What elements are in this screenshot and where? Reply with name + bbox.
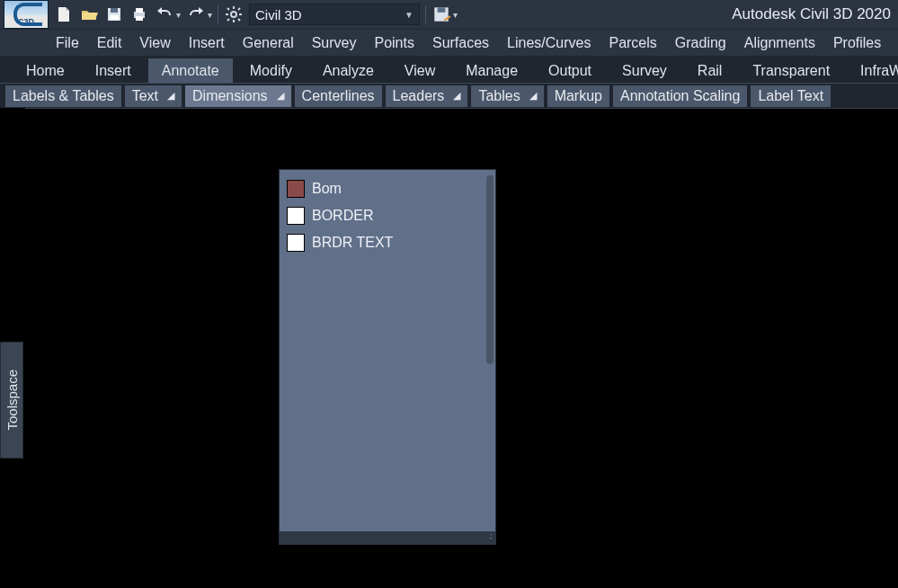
tab-insert[interactable]: Insert <box>82 58 145 83</box>
undo-icon[interactable] <box>155 4 174 24</box>
panel-tab-tables[interactable]: Tables◢ <box>471 85 543 107</box>
tab-modify[interactable]: Modify <box>236 58 306 83</box>
expand-icon: ◢ <box>167 90 174 102</box>
svg-line-14 <box>227 19 229 21</box>
qa-separator <box>218 5 218 23</box>
menu-file[interactable]: File <box>56 35 79 51</box>
menu-edit[interactable]: Edit <box>97 35 122 51</box>
undo-dropdown-icon[interactable]: ▾ <box>176 10 181 20</box>
panel-tabs: Labels & Tables Text◢ Dimensions◢ Center… <box>0 83 898 108</box>
layer-name: BRDR TEXT <box>312 235 393 251</box>
panel-tab-label: Markup <box>555 88 602 104</box>
menu-bar: File Edit View Insert General Survey Poi… <box>0 29 898 56</box>
panel-tab-label: Tables <box>478 88 520 104</box>
menu-survey[interactable]: Survey <box>312 35 357 51</box>
tab-manage[interactable]: Manage <box>452 58 531 83</box>
panel-tab-label: Label Text <box>758 88 823 104</box>
panel-tab-label: Labels & Tables <box>13 88 114 104</box>
tab-output[interactable]: Output <box>535 58 605 83</box>
menu-general[interactable]: General <box>243 35 294 51</box>
panel-tab-markup[interactable]: Markup <box>547 85 609 107</box>
panel-tab-label: Text <box>132 88 158 104</box>
workspace-name: Civil 3D <box>255 7 302 22</box>
panel-tab-label: Dimensions <box>192 88 268 104</box>
panel-tab-label: Leaders <box>393 88 445 104</box>
quick-save-icon[interactable] <box>431 4 451 24</box>
app-title: Autodesk Civil 3D 2020 <box>732 5 894 23</box>
qa-separator <box>425 5 426 23</box>
svg-line-11 <box>227 8 229 10</box>
svg-rect-2 <box>110 15 119 20</box>
panel-tab-label: Annotation Scaling <box>620 88 740 104</box>
panel-tab-centerlines[interactable]: Centerlines <box>295 85 382 107</box>
panel-tab-dimensions[interactable]: Dimensions◢ <box>185 85 291 107</box>
expand-icon: ◢ <box>529 90 537 102</box>
layer-list-item[interactable]: BRDR TEXT <box>283 229 492 256</box>
open-file-icon[interactable] <box>79 4 99 24</box>
layer-name: Bom <box>312 181 342 197</box>
svg-line-13 <box>238 8 240 10</box>
tab-survey[interactable]: Survey <box>609 58 680 83</box>
tab-home[interactable]: Home <box>13 58 78 83</box>
tab-transparent[interactable]: Transparent <box>739 58 843 83</box>
menu-points[interactable]: Points <box>374 35 413 51</box>
layer-dropdown-list: Bom BORDER BRDR TEXT .: <box>279 169 496 545</box>
layer-name: BORDER <box>312 208 373 224</box>
menu-insert[interactable]: Insert <box>189 35 225 51</box>
workspace-dropdown[interactable]: Civil 3D ▼ <box>249 4 420 25</box>
chevron-down-icon: ▼ <box>405 10 413 20</box>
layer-color-swatch <box>287 207 305 225</box>
toolspace-label: Toolspace <box>4 370 20 431</box>
redo-icon[interactable] <box>186 4 206 24</box>
menu-alignments[interactable]: Alignments <box>744 35 815 51</box>
panel-tab-text[interactable]: Text◢ <box>125 85 182 107</box>
panel-tab-leaders[interactable]: Leaders◢ <box>386 85 468 107</box>
layer-list-item[interactable]: Bom <box>283 175 492 202</box>
panel-tab-label: Centerlines <box>302 88 375 104</box>
menu-profiles[interactable]: Profiles <box>833 35 881 51</box>
svg-line-12 <box>238 19 240 21</box>
scrollbar[interactable] <box>486 175 493 364</box>
print-icon[interactable] <box>129 4 149 24</box>
toolspace-tab[interactable]: Toolspace <box>0 342 23 459</box>
svg-rect-16 <box>438 7 446 13</box>
app-logo-text: C3D <box>18 17 34 26</box>
resize-grip-icon[interactable]: .: <box>489 531 492 540</box>
gear-icon[interactable] <box>224 4 244 24</box>
panel-tab-labels-tables[interactable]: Labels & Tables <box>5 85 121 107</box>
save-icon[interactable] <box>104 4 124 24</box>
svg-rect-5 <box>136 16 143 21</box>
svg-rect-4 <box>136 8 143 13</box>
expand-icon: ◢ <box>277 90 284 102</box>
new-file-icon[interactable] <box>54 4 74 24</box>
menu-grading[interactable]: Grading <box>675 35 726 51</box>
tab-rail[interactable]: Rail <box>684 58 736 83</box>
panel-tab-label-text[interactable]: Label Text <box>751 85 831 107</box>
menu-surfaces[interactable]: Surfaces <box>432 35 489 51</box>
tab-annotate[interactable]: Annotate <box>148 58 233 83</box>
app-logo[interactable]: C3D <box>4 0 49 29</box>
tab-analyze[interactable]: Analyze <box>309 58 387 83</box>
svg-rect-1 <box>111 8 118 13</box>
quick-access-toolbar: C3D ▾ ▾ Civil 3D ▼ <box>0 0 898 29</box>
layer-color-swatch <box>287 180 305 198</box>
menu-linescurves[interactable]: Lines/Curves <box>507 35 591 51</box>
redo-dropdown-icon[interactable]: ▾ <box>208 10 212 20</box>
menu-parcels[interactable]: Parcels <box>609 35 656 51</box>
tab-infraworks[interactable]: InfraWorks <box>847 58 898 83</box>
menu-view[interactable]: View <box>139 35 170 51</box>
quick-save-dropdown-icon[interactable]: ▾ <box>453 10 458 20</box>
dropdown-footer: .: <box>280 531 495 544</box>
svg-point-6 <box>231 12 236 17</box>
panel-tab-annotation-scaling[interactable]: Annotation Scaling <box>613 85 747 107</box>
layer-list-item[interactable]: BORDER <box>283 202 492 229</box>
tab-view[interactable]: View <box>391 58 449 83</box>
ribbon-tabs: Home Insert Annotate Modify Analyze View… <box>0 56 898 83</box>
layer-color-swatch <box>287 234 305 252</box>
expand-icon: ◢ <box>453 90 460 102</box>
